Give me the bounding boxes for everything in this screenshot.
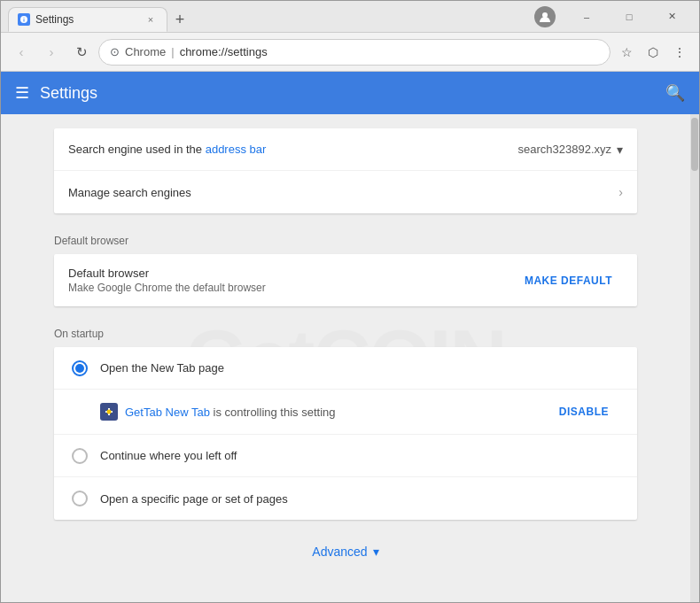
radio-new-tab[interactable] (72, 360, 88, 376)
address-path: chrome://settings (180, 45, 268, 58)
default-browser-info: Default browser Make Google Chrome the d… (68, 267, 514, 294)
radio-continue[interactable] (72, 448, 88, 464)
tab-favicon (18, 13, 30, 26)
gettab-link[interactable]: GetTab New Tab (125, 406, 210, 419)
advanced-button[interactable]: Advanced ▾ (54, 527, 637, 576)
make-default-button[interactable]: MAKE DEFAULT (514, 267, 623, 294)
search-engine-row: Search engine used in the address bar se… (54, 128, 637, 171)
active-tab[interactable]: Settings × (8, 7, 167, 32)
search-engine-card: Search engine used in the address bar se… (54, 128, 637, 213)
on-startup-section-label: On startup (54, 313, 637, 347)
back-button[interactable]: ‹ (8, 39, 35, 66)
gettab-suffix: is controlling this setting (210, 406, 336, 419)
address-bar-actions: ☆ ⬡ ⋮ (614, 40, 692, 65)
search-engine-label: Search engine used in the address bar (68, 143, 517, 156)
search-engine-current: search323892.xyz (517, 143, 611, 156)
profile-icon[interactable] (534, 6, 556, 27)
tab-close-button[interactable]: × (144, 12, 158, 27)
default-browser-subtitle: Make Google Chrome the default browser (68, 282, 514, 294)
search-engine-dropdown-arrow: ▾ (617, 143, 623, 157)
on-startup-card: Open the New Tab page GetTab New Tab is … (54, 347, 637, 520)
default-browser-section-label: Default browser (54, 220, 637, 254)
manage-search-engines-arrow: › (618, 185, 623, 199)
default-browser-row: Default browser Make Google Chrome the d… (54, 254, 637, 306)
title-bar: Settings × + – □ ✕ (1, 1, 699, 33)
bookmark-button[interactable]: ☆ (614, 40, 639, 65)
disable-extension-button[interactable]: DISABLE (548, 398, 619, 425)
address-origin: Chrome (125, 45, 166, 58)
browser-window: Settings × + – □ ✕ ‹ › ↻ ⊙ Chrome | chro… (0, 0, 700, 603)
advanced-icon: ▾ (373, 545, 379, 559)
extensions-button[interactable]: ⬡ (641, 40, 665, 65)
search-engine-text-prefix: Search engine used in the (68, 143, 206, 156)
default-browser-title: Default browser (68, 267, 514, 280)
profile-area (534, 6, 559, 27)
gettab-text: GetTab New Tab is controlling this setti… (125, 406, 541, 419)
startup-specific-page-label: Open a specific page or set of pages (100, 492, 288, 506)
forward-button[interactable]: › (38, 39, 65, 66)
gettab-icon (100, 403, 118, 421)
menu-button[interactable]: ⋮ (667, 40, 692, 65)
settings-page-title: Settings (40, 84, 655, 103)
main-content: GetCOIN Search engine used in the addres… (1, 114, 699, 602)
gettab-extension-row: GetTab New Tab is controlling this setti… (54, 390, 637, 435)
startup-option-specific-page[interactable]: Open a specific page or set of pages (54, 477, 637, 520)
close-button[interactable]: ✕ (651, 3, 692, 31)
minimize-button[interactable]: – (566, 3, 607, 31)
content-area: GetCOIN Search engine used in the addres… (1, 114, 690, 602)
advanced-label: Advanced (312, 545, 367, 559)
manage-search-engines-label: Manage search engines (68, 186, 618, 199)
startup-new-tab-label: Open the New Tab page (100, 361, 224, 375)
scrollbar-thumb[interactable] (691, 118, 698, 171)
address-separator: | (171, 45, 174, 58)
search-engine-value[interactable]: search323892.xyz ▾ (517, 143, 623, 157)
startup-continue-label: Continue where you left off (100, 449, 237, 462)
tab-title: Settings (35, 13, 74, 26)
window-controls: – □ ✕ (566, 3, 692, 31)
reload-button[interactable]: ↻ (68, 39, 95, 66)
tab-bar: Settings × + (8, 1, 534, 32)
maximize-button[interactable]: □ (609, 3, 649, 31)
svg-point-2 (107, 410, 112, 414)
address-bar-row: ‹ › ↻ ⊙ Chrome | chrome://settings ☆ ⬡ ⋮ (1, 33, 699, 72)
settings-search-icon[interactable]: 🔍 (665, 83, 685, 103)
new-tab-button[interactable]: + (167, 7, 192, 32)
address-bar-link[interactable]: address bar (206, 143, 267, 156)
radio-specific-page[interactable] (72, 491, 88, 506)
manage-search-engines-row[interactable]: Manage search engines › (54, 171, 637, 213)
default-browser-card: Default browser Make Google Chrome the d… (54, 254, 637, 306)
scrollbar-track[interactable] (690, 114, 699, 602)
security-icon: ⊙ (110, 45, 120, 58)
address-bar[interactable]: ⊙ Chrome | chrome://settings (98, 39, 611, 66)
startup-option-new-tab[interactable]: Open the New Tab page (54, 347, 637, 390)
settings-header: ☰ Settings 🔍 (1, 72, 699, 114)
hamburger-icon[interactable]: ☰ (15, 83, 29, 103)
startup-option-continue[interactable]: Continue where you left off (54, 435, 637, 477)
